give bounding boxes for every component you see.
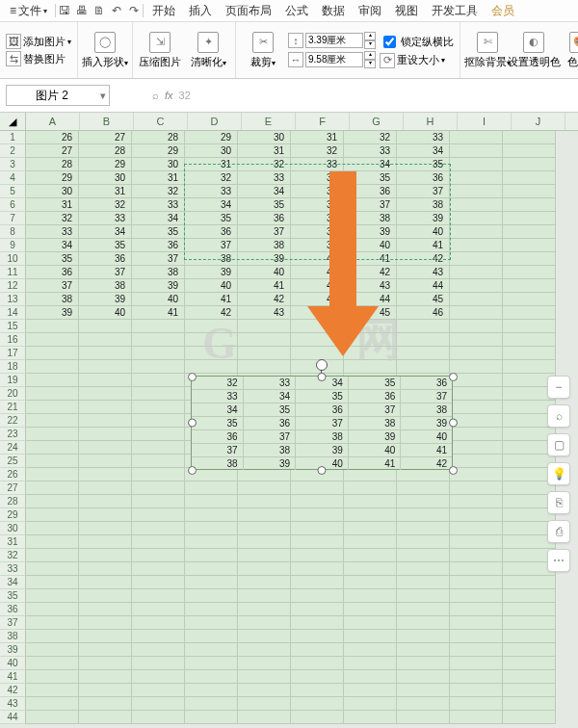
cell[interactable] [450, 616, 503, 630]
cell[interactable] [185, 630, 238, 643]
cell[interactable]: 43 [291, 293, 344, 306]
cell[interactable] [79, 347, 132, 360]
cell[interactable] [26, 374, 79, 387]
cell[interactable]: 39 [185, 266, 238, 279]
col-header-E[interactable]: E [242, 113, 296, 130]
cell[interactable] [291, 657, 344, 670]
cell[interactable] [238, 333, 291, 347]
row-header[interactable]: 10 [0, 252, 26, 266]
cell[interactable] [238, 535, 291, 549]
cell[interactable]: 41 [344, 252, 397, 266]
collapse-tool[interactable]: − [547, 376, 570, 399]
cell[interactable] [185, 562, 238, 576]
cell[interactable] [26, 508, 79, 522]
cell[interactable] [450, 684, 503, 697]
tab-insert[interactable]: 插入 [182, 0, 219, 21]
cell[interactable] [238, 508, 291, 522]
compress-button[interactable]: ⇲ 压缩图片 [139, 32, 181, 69]
cell[interactable] [450, 171, 503, 185]
cell[interactable] [132, 360, 185, 374]
cell[interactable] [450, 333, 503, 347]
cell[interactable] [450, 320, 503, 333]
cell[interactable]: 37 [185, 239, 238, 252]
cell[interactable]: 44 [397, 279, 450, 293]
cell[interactable] [79, 562, 132, 576]
cell[interactable] [397, 630, 450, 643]
cell[interactable] [344, 657, 397, 670]
cell[interactable] [450, 414, 503, 428]
cell[interactable]: 36 [238, 212, 291, 225]
cell[interactable] [503, 576, 556, 589]
cell[interactable]: 32 [344, 131, 397, 144]
cell[interactable] [26, 697, 79, 711]
cell[interactable] [26, 414, 79, 428]
cell[interactable] [503, 670, 556, 684]
row-header[interactable]: 40 [0, 657, 26, 670]
cell[interactable] [238, 320, 291, 333]
cell[interactable]: 35 [79, 239, 132, 252]
cell[interactable] [291, 508, 344, 522]
cell[interactable] [26, 643, 79, 657]
cell[interactable] [503, 333, 556, 347]
row-header[interactable]: 43 [0, 697, 26, 711]
cell[interactable] [185, 616, 238, 630]
row-header[interactable]: 34 [0, 576, 26, 589]
cell[interactable] [450, 508, 503, 522]
cell[interactable] [26, 657, 79, 670]
cell[interactable] [132, 535, 185, 549]
cell[interactable]: 38 [26, 293, 79, 306]
resize-handle[interactable] [318, 466, 327, 475]
row-header[interactable]: 14 [0, 306, 26, 320]
cell[interactable] [503, 320, 556, 333]
cell[interactable] [503, 711, 556, 724]
cell[interactable] [291, 697, 344, 711]
cell[interactable] [132, 657, 185, 670]
cell[interactable]: 44 [344, 293, 397, 306]
cell[interactable] [450, 711, 503, 724]
cell[interactable] [291, 333, 344, 347]
lock-ratio-checkbox[interactable] [383, 36, 396, 48]
cell[interactable] [450, 131, 503, 144]
cell[interactable]: 37 [238, 225, 291, 239]
cell[interactable] [79, 428, 132, 441]
cell[interactable] [291, 670, 344, 684]
cell[interactable]: 31 [291, 131, 344, 144]
row-header[interactable]: 16 [0, 333, 26, 347]
cell[interactable] [450, 144, 503, 158]
tab-member[interactable]: 会员 [485, 0, 521, 21]
cell[interactable] [79, 360, 132, 374]
cell[interactable]: 33 [26, 225, 79, 239]
cell[interactable] [503, 306, 556, 320]
remove-bg-button[interactable]: ✄抠除背景▾ [466, 32, 509, 69]
col-header-A[interactable]: A [26, 113, 80, 130]
cell[interactable]: 37 [291, 212, 344, 225]
col-header-B[interactable]: B [80, 113, 134, 130]
cell[interactable]: 35 [26, 252, 79, 266]
cell[interactable] [397, 576, 450, 589]
cell[interactable] [132, 589, 185, 603]
cell[interactable] [238, 347, 291, 360]
cell[interactable] [26, 320, 79, 333]
cell[interactable] [26, 481, 79, 495]
tab-review[interactable]: 审阅 [352, 0, 388, 21]
cell[interactable]: 38 [79, 279, 132, 293]
tab-view[interactable]: 视图 [388, 0, 425, 21]
cell[interactable] [132, 522, 185, 535]
resize-handle[interactable] [188, 373, 197, 381]
cell[interactable] [344, 616, 397, 630]
redo-icon[interactable]: ↷ [127, 4, 141, 17]
cell[interactable] [344, 576, 397, 589]
select-all-corner[interactable]: ◢ [0, 113, 26, 130]
add-picture-button[interactable]: 添加图片 [23, 35, 66, 49]
cell[interactable] [450, 252, 503, 266]
cell[interactable]: 40 [291, 252, 344, 266]
cell[interactable] [344, 535, 397, 549]
cell[interactable] [503, 630, 556, 643]
cell[interactable] [185, 360, 238, 374]
cell[interactable] [503, 589, 556, 603]
cell[interactable] [450, 239, 503, 252]
resize-handle[interactable] [188, 466, 197, 475]
cell[interactable] [79, 333, 132, 347]
cell[interactable] [185, 549, 238, 562]
cell[interactable]: 41 [132, 306, 185, 320]
